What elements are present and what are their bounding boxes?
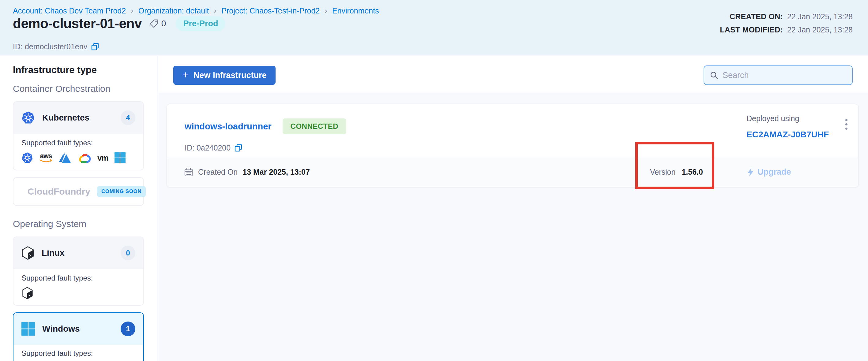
search-box[interactable] [704,65,853,85]
kebab-icon [845,123,847,125]
infrastructure-id: ID: 0a240200 [185,143,230,152]
chevron-right-icon: › [130,6,134,15]
type-label-kubernetes: Kubernetes [42,113,89,123]
breadcrumb-project[interactable]: Project: Chaos-Test-in-Prod2 [221,6,320,15]
created-on-value: 22 Jan 2025, 13:28 [787,12,853,21]
version-label: Version [650,168,675,176]
windows-count-badge: 1 [121,322,135,336]
page-title: demo-cluster-01-env [13,16,142,31]
infrastructure-card-footer: Created On 13 Mar 2025, 13:07 Version 1.… [167,157,858,187]
kubernetes-count-badge: 4 [121,110,135,125]
last-modified-label: LAST MODIFIED: [720,25,783,34]
linux-count-badge: 0 [121,246,135,260]
version-value: 1.56.0 [682,168,703,176]
supported-fault-types-label: Supported fault types: [22,139,135,147]
type-card-kubernetes[interactable]: Kubernetes 4 Supported fault types: [13,101,144,170]
toolbar: + New Infrastructure [158,56,868,93]
connected-status-badge: CONNECTED [283,119,347,134]
page-header: Account: Chaos Dev Team Prod2 › Organiza… [0,0,868,55]
deployed-using-link[interactable]: EC2AMAZ-J0B7UHF [746,130,829,139]
new-infrastructure-button[interactable]: + New Infrastructure [173,66,276,85]
gcp-icon [77,152,91,164]
plus-icon: + [183,69,189,81]
environment-id: ID: democluster01env [13,42,87,51]
environment-type-badge: Pre-Prod [176,16,225,31]
chevron-right-icon: › [324,6,328,15]
lightning-bolt-icon [746,168,754,177]
kebab-icon [845,128,847,130]
breadcrumb-environments[interactable]: Environments [332,6,379,15]
created-on-label: CREATED ON: [730,12,783,21]
copy-id-button[interactable] [91,42,99,51]
copy-icon [91,42,99,51]
environment-meta: CREATED ON: 22 Jan 2025, 13:28 LAST MODI… [720,12,853,34]
calendar-icon [184,168,193,177]
upgrade-button[interactable]: Upgrade [746,157,791,187]
linux-icon [22,287,33,299]
deployed-using-label: Deployed using [746,114,799,123]
card-menu-button[interactable] [843,117,850,132]
coming-soon-badge: COMING SOON [97,186,146,197]
kebab-icon [845,119,847,121]
search-icon [710,71,718,79]
windows-icon [115,152,126,163]
supported-fault-types-label: Supported fault types: [22,274,135,283]
created-on-label: Created On [198,168,238,176]
type-label-cloudfoundry: CloudFoundry [28,186,90,197]
chevron-right-icon: › [213,6,217,15]
type-label-linux: Linux [42,248,65,258]
linux-icon [22,246,34,260]
tag-count: 0 [161,19,166,28]
breadcrumb: Account: Chaos Dev Team Prod2 › Organiza… [13,6,379,15]
breadcrumb-organization[interactable]: Organization: default [138,6,209,15]
copy-infra-id-button[interactable] [234,144,243,152]
type-label-windows: Windows [42,324,80,334]
supported-fault-types-label: Supported fault types: [22,349,135,358]
infrastructure-type-sidebar: Infrastructure type Container Orchestrat… [0,56,157,361]
breadcrumb-account[interactable]: Account: Chaos Dev Team Prod2 [13,6,126,15]
sidebar-title: Infrastructure type [13,65,144,75]
aws-icon: aws [39,153,53,163]
infrastructure-list: windows-loadrunner CONNECTED ID: 0a24020… [158,94,868,361]
search-input[interactable] [722,71,846,80]
tags-control[interactable]: 0 [149,19,166,28]
type-card-linux[interactable]: Linux 0 Supported fault types: [13,236,144,306]
infrastructure-name-link[interactable]: windows-loadrunner [185,122,272,132]
kubernetes-icon [22,111,35,125]
created-on-value: 13 Mar 2025, 13:07 [243,168,310,176]
group-operating-system: Operating System [13,219,144,229]
linux-fault-icons [22,287,135,299]
infrastructure-card: windows-loadrunner CONNECTED ID: 0a24020… [166,104,859,187]
type-card-windows[interactable]: Windows 1 Supported fault types: [13,313,144,361]
copy-icon [234,144,243,152]
windows-icon [22,322,35,336]
last-modified-value: 22 Jan 2025, 13:28 [787,25,853,34]
vmware-icon: vm [97,153,108,163]
group-container-orchestration: Container Orchestration [13,84,144,94]
type-card-cloudfoundry[interactable]: CloudFoundry COMING SOON [13,177,144,206]
kubernetes-fault-icons: aws vm [22,152,135,164]
kubernetes-icon [22,152,33,164]
tag-icon [149,19,159,28]
azure-icon [59,153,71,163]
